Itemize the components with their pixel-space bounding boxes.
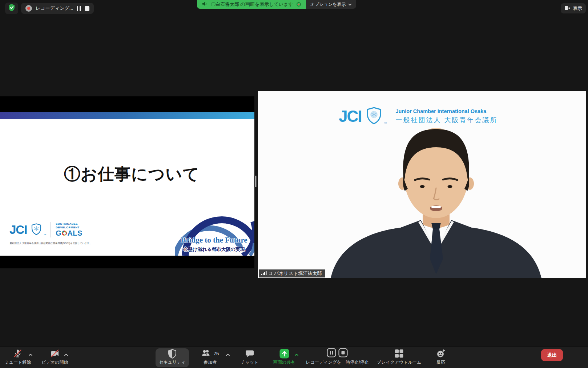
recording-controls-button: レコーディングを一時停止/停止 — [304, 348, 370, 365]
sdg-logo: SUSTAINABLE DEVELOPMENT G ALS — [56, 222, 82, 237]
chevron-down-icon — [348, 2, 352, 7]
org-name-jp: 一般社団法人 大阪青年会議所 — [395, 116, 498, 124]
recording-label: レコーディング... — [36, 5, 73, 12]
sdg-goals-wheel-icon — [62, 231, 67, 236]
slide-content: ①お仕事について JCI ™ SUSTAINABLE DEVELOPMENT G… — [0, 119, 254, 256]
jci-shield-icon — [366, 107, 382, 126]
pane-divider-grip[interactable] — [254, 176, 257, 187]
meeting-toolbar: ミュート解除 ビデオの開始 セキュリティ — [0, 346, 588, 368]
security-shield-check-icon — [8, 4, 15, 13]
zoom-meeting-window: レコーディング... 〇白石将太郎 の画面を表示しています オプションを表示 表… — [0, 0, 588, 368]
participant-nameplate: パネリスト堀江祐太郎 — [259, 269, 325, 277]
connection-signal-icon — [261, 270, 267, 277]
screen-share-banner: 〇白石将太郎 の画面を表示しています オプションを表示 — [197, 0, 356, 9]
unmute-label: ミュート解除 — [5, 359, 31, 365]
participants-count: 75 — [214, 351, 219, 356]
reactions-button[interactable]: 反応 — [426, 348, 456, 365]
camera-off-icon — [50, 348, 60, 359]
share-options-label: オプションを表示 — [310, 1, 346, 8]
jci-logo-text: JCI — [339, 108, 361, 124]
jci-trademark: ™ — [44, 233, 46, 236]
org-name-en: Junior Chamber International Osaka — [395, 108, 498, 114]
share-screen-icon — [279, 348, 289, 359]
jci-shield-icon — [31, 223, 41, 237]
nameplate-square-icon — [269, 272, 272, 275]
security-label: セキュリティ — [159, 359, 186, 365]
stop-recording-icon[interactable] — [338, 348, 348, 359]
jci-trademark: ™ — [384, 122, 387, 125]
breakout-rooms-button[interactable]: ブレイクアウトルーム — [371, 348, 427, 365]
screen-share-banner-text: 〇白石将太郎 の画面を表示しています — [211, 1, 293, 8]
recording-controls-label: レコーディングを一時停止/停止 — [306, 359, 368, 365]
view-button[interactable]: 表示 — [561, 3, 586, 13]
org-name-block: Junior Chamber International Osaka 一般社団法… — [395, 108, 498, 124]
sdg-line2: DEVELOPMENT — [56, 226, 82, 229]
sdg-goals-rest: ALS — [67, 229, 82, 237]
sdg-goals-line: G ALS — [56, 229, 82, 237]
jci-logo-text: JCI — [9, 223, 27, 237]
participants-label: 参加者 — [204, 359, 217, 365]
security-shield-icon — [168, 348, 177, 359]
recording-ring-icon — [297, 2, 301, 7]
share-options-chevron-icon[interactable] — [294, 351, 299, 358]
screen-share-banner-green: 〇白石将太郎 の画面を表示しています — [197, 0, 306, 9]
speaker-icon — [202, 1, 208, 8]
mic-options-chevron-icon[interactable] — [28, 351, 33, 358]
pause-recording-icon[interactable] — [327, 348, 336, 359]
start-video-label: ビデオの開始 — [41, 359, 68, 365]
pause-recording-icon[interactable] — [77, 6, 81, 11]
panelist-video-tile: JCI ™ Junior Chamber International Osaka… — [258, 91, 586, 278]
share-options-dropdown[interactable]: オプションを表示 — [306, 0, 357, 9]
meeting-info-button[interactable] — [5, 3, 18, 14]
breakout-grid-icon — [394, 348, 404, 359]
logo-divider — [51, 222, 51, 237]
slide-title: ①お仕事について — [64, 163, 200, 185]
slide-logo-row: JCI ™ SUSTAINABLE DEVELOPMENT G ALS — [9, 222, 82, 237]
participant-name: パネリスト堀江祐太郎 — [274, 270, 322, 277]
chat-label: チャット — [241, 359, 258, 365]
view-layout-icon — [564, 5, 570, 12]
microphone-muted-icon — [13, 348, 23, 359]
recording-indicator-pill: レコーディング... — [21, 3, 94, 14]
slide-gradient-bar — [0, 112, 254, 119]
breakout-rooms-label: ブレイクアウトルーム — [377, 359, 422, 365]
view-button-label: 表示 — [573, 5, 582, 12]
slide-footnote: 一般社団法人 大阪青年会議所は持続可能な開発目標(SDGs)を支援しています。 — [7, 242, 92, 245]
bridge-subtitle: 心懸け溢れる都市大阪の実現 — [175, 246, 253, 253]
participants-icon — [201, 349, 210, 358]
video-options-chevron-icon[interactable] — [64, 351, 68, 358]
participants-chevron-icon[interactable] — [226, 351, 230, 358]
sdg-line1: SUSTAINABLE — [56, 222, 82, 225]
recording-dot-icon — [25, 5, 32, 12]
shared-screen-pane: ①お仕事について JCI ™ SUSTAINABLE DEVELOPMENT G… — [0, 96, 254, 268]
reactions-label: 反応 — [436, 359, 445, 365]
bridge-title: Bridge to the Future — [175, 236, 253, 245]
video-background-logo: JCI ™ Junior Chamber International Osaka… — [339, 107, 498, 126]
sdg-goals-g: G — [56, 229, 61, 237]
chat-button[interactable]: チャット — [234, 348, 265, 365]
chat-bubble-icon — [245, 348, 254, 359]
panelist-person-illustration — [327, 125, 545, 278]
reactions-smiley-icon — [436, 348, 446, 359]
leave-meeting-button[interactable]: 退出 — [541, 349, 563, 361]
stop-recording-icon[interactable] — [85, 6, 89, 11]
security-button[interactable]: セキュリティ — [156, 348, 189, 365]
share-screen-label: 画面の共有 — [273, 359, 295, 365]
bridge-to-the-future-graphic: Bridge to the Future 心懸け溢れる都市大阪の実現 — [175, 213, 254, 256]
participants-button[interactable]: 75 参加者 — [194, 348, 226, 365]
